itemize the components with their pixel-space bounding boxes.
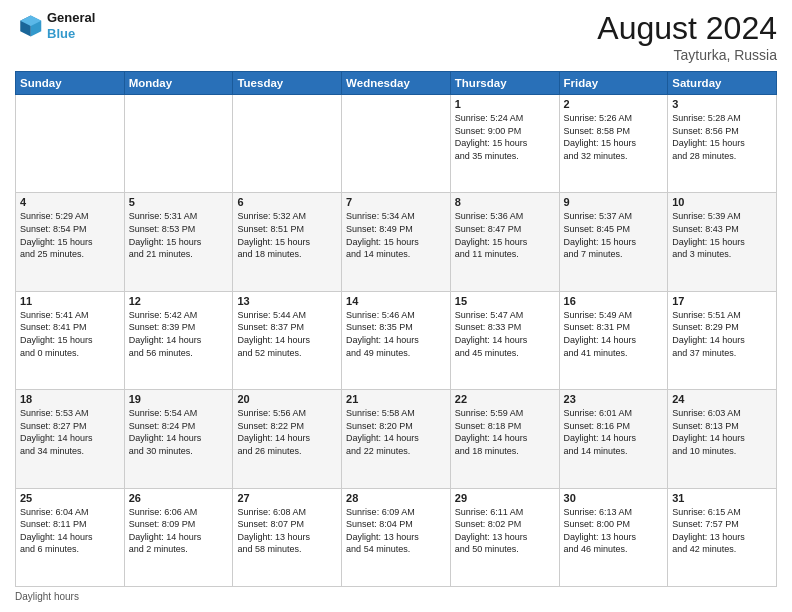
day-number: 31 (672, 492, 772, 504)
day-info: Sunrise: 5:34 AM Sunset: 8:49 PM Dayligh… (346, 210, 446, 260)
day-info: Sunrise: 6:01 AM Sunset: 8:16 PM Dayligh… (564, 407, 664, 457)
location: Tayturka, Russia (597, 47, 777, 63)
calendar-header-row: SundayMondayTuesdayWednesdayThursdayFrid… (16, 72, 777, 95)
week-row-4: 25Sunrise: 6:04 AM Sunset: 8:11 PM Dayli… (16, 488, 777, 586)
week-row-2: 11Sunrise: 5:41 AM Sunset: 8:41 PM Dayli… (16, 291, 777, 389)
cell-w1-d2: 6Sunrise: 5:32 AM Sunset: 8:51 PM Daylig… (233, 193, 342, 291)
cell-w2-d3: 14Sunrise: 5:46 AM Sunset: 8:35 PM Dayli… (342, 291, 451, 389)
cell-w2-d2: 13Sunrise: 5:44 AM Sunset: 8:37 PM Dayli… (233, 291, 342, 389)
cell-w3-d2: 20Sunrise: 5:56 AM Sunset: 8:22 PM Dayli… (233, 390, 342, 488)
footer-note: Daylight hours (15, 591, 777, 602)
cell-w0-d2 (233, 95, 342, 193)
day-info: Sunrise: 5:42 AM Sunset: 8:39 PM Dayligh… (129, 309, 229, 359)
day-info: Sunrise: 6:09 AM Sunset: 8:04 PM Dayligh… (346, 506, 446, 556)
day-info: Sunrise: 5:56 AM Sunset: 8:22 PM Dayligh… (237, 407, 337, 457)
cell-w0-d6: 3Sunrise: 5:28 AM Sunset: 8:56 PM Daylig… (668, 95, 777, 193)
day-number: 20 (237, 393, 337, 405)
header: General Blue August 2024 Tayturka, Russi… (15, 10, 777, 63)
calendar-table: SundayMondayTuesdayWednesdayThursdayFrid… (15, 71, 777, 587)
day-info: Sunrise: 5:44 AM Sunset: 8:37 PM Dayligh… (237, 309, 337, 359)
day-info: Sunrise: 5:58 AM Sunset: 8:20 PM Dayligh… (346, 407, 446, 457)
day-info: Sunrise: 5:37 AM Sunset: 8:45 PM Dayligh… (564, 210, 664, 260)
cell-w1-d3: 7Sunrise: 5:34 AM Sunset: 8:49 PM Daylig… (342, 193, 451, 291)
cell-w3-d0: 18Sunrise: 5:53 AM Sunset: 8:27 PM Dayli… (16, 390, 125, 488)
day-number: 12 (129, 295, 229, 307)
day-info: Sunrise: 5:53 AM Sunset: 8:27 PM Dayligh… (20, 407, 120, 457)
cell-w0-d5: 2Sunrise: 5:26 AM Sunset: 8:58 PM Daylig… (559, 95, 668, 193)
day-info: Sunrise: 6:15 AM Sunset: 7:57 PM Dayligh… (672, 506, 772, 556)
day-number: 24 (672, 393, 772, 405)
logo-text: General Blue (47, 10, 95, 41)
day-number: 4 (20, 196, 120, 208)
cell-w1-d0: 4Sunrise: 5:29 AM Sunset: 8:54 PM Daylig… (16, 193, 125, 291)
day-number: 26 (129, 492, 229, 504)
day-number: 29 (455, 492, 555, 504)
day-number: 18 (20, 393, 120, 405)
cell-w4-d0: 25Sunrise: 6:04 AM Sunset: 8:11 PM Dayli… (16, 488, 125, 586)
header-tuesday: Tuesday (233, 72, 342, 95)
day-number: 25 (20, 492, 120, 504)
day-info: Sunrise: 6:03 AM Sunset: 8:13 PM Dayligh… (672, 407, 772, 457)
cell-w4-d1: 26Sunrise: 6:06 AM Sunset: 8:09 PM Dayli… (124, 488, 233, 586)
page: General Blue August 2024 Tayturka, Russi… (0, 0, 792, 612)
month-title: August 2024 (597, 10, 777, 47)
day-number: 9 (564, 196, 664, 208)
cell-w4-d6: 31Sunrise: 6:15 AM Sunset: 7:57 PM Dayli… (668, 488, 777, 586)
day-info: Sunrise: 5:51 AM Sunset: 8:29 PM Dayligh… (672, 309, 772, 359)
day-number: 16 (564, 295, 664, 307)
week-row-1: 4Sunrise: 5:29 AM Sunset: 8:54 PM Daylig… (16, 193, 777, 291)
cell-w0-d3 (342, 95, 451, 193)
cell-w2-d6: 17Sunrise: 5:51 AM Sunset: 8:29 PM Dayli… (668, 291, 777, 389)
day-info: Sunrise: 6:06 AM Sunset: 8:09 PM Dayligh… (129, 506, 229, 556)
cell-w1-d6: 10Sunrise: 5:39 AM Sunset: 8:43 PM Dayli… (668, 193, 777, 291)
day-number: 21 (346, 393, 446, 405)
header-friday: Friday (559, 72, 668, 95)
day-number: 5 (129, 196, 229, 208)
day-info: Sunrise: 6:04 AM Sunset: 8:11 PM Dayligh… (20, 506, 120, 556)
cell-w3-d5: 23Sunrise: 6:01 AM Sunset: 8:16 PM Dayli… (559, 390, 668, 488)
cell-w4-d2: 27Sunrise: 6:08 AM Sunset: 8:07 PM Dayli… (233, 488, 342, 586)
title-block: August 2024 Tayturka, Russia (597, 10, 777, 63)
day-number: 3 (672, 98, 772, 110)
day-info: Sunrise: 5:36 AM Sunset: 8:47 PM Dayligh… (455, 210, 555, 260)
header-wednesday: Wednesday (342, 72, 451, 95)
cell-w0-d0 (16, 95, 125, 193)
day-number: 28 (346, 492, 446, 504)
cell-w2-d1: 12Sunrise: 5:42 AM Sunset: 8:39 PM Dayli… (124, 291, 233, 389)
logo-icon (15, 12, 43, 40)
cell-w3-d3: 21Sunrise: 5:58 AM Sunset: 8:20 PM Dayli… (342, 390, 451, 488)
cell-w4-d3: 28Sunrise: 6:09 AM Sunset: 8:04 PM Dayli… (342, 488, 451, 586)
cell-w0-d1 (124, 95, 233, 193)
header-monday: Monday (124, 72, 233, 95)
day-info: Sunrise: 5:46 AM Sunset: 8:35 PM Dayligh… (346, 309, 446, 359)
cell-w2-d0: 11Sunrise: 5:41 AM Sunset: 8:41 PM Dayli… (16, 291, 125, 389)
day-number: 23 (564, 393, 664, 405)
cell-w1-d4: 8Sunrise: 5:36 AM Sunset: 8:47 PM Daylig… (450, 193, 559, 291)
day-info: Sunrise: 6:08 AM Sunset: 8:07 PM Dayligh… (237, 506, 337, 556)
day-info: Sunrise: 5:29 AM Sunset: 8:54 PM Dayligh… (20, 210, 120, 260)
day-number: 8 (455, 196, 555, 208)
header-thursday: Thursday (450, 72, 559, 95)
day-info: Sunrise: 5:49 AM Sunset: 8:31 PM Dayligh… (564, 309, 664, 359)
day-number: 30 (564, 492, 664, 504)
week-row-3: 18Sunrise: 5:53 AM Sunset: 8:27 PM Dayli… (16, 390, 777, 488)
day-info: Sunrise: 5:59 AM Sunset: 8:18 PM Dayligh… (455, 407, 555, 457)
cell-w3-d1: 19Sunrise: 5:54 AM Sunset: 8:24 PM Dayli… (124, 390, 233, 488)
day-number: 27 (237, 492, 337, 504)
cell-w3-d4: 22Sunrise: 5:59 AM Sunset: 8:18 PM Dayli… (450, 390, 559, 488)
logo: General Blue (15, 10, 95, 41)
day-info: Sunrise: 6:13 AM Sunset: 8:00 PM Dayligh… (564, 506, 664, 556)
day-number: 22 (455, 393, 555, 405)
day-number: 14 (346, 295, 446, 307)
day-number: 6 (237, 196, 337, 208)
cell-w2-d4: 15Sunrise: 5:47 AM Sunset: 8:33 PM Dayli… (450, 291, 559, 389)
day-number: 1 (455, 98, 555, 110)
cell-w4-d5: 30Sunrise: 6:13 AM Sunset: 8:00 PM Dayli… (559, 488, 668, 586)
cell-w4-d4: 29Sunrise: 6:11 AM Sunset: 8:02 PM Dayli… (450, 488, 559, 586)
day-info: Sunrise: 5:26 AM Sunset: 8:58 PM Dayligh… (564, 112, 664, 162)
day-info: Sunrise: 5:47 AM Sunset: 8:33 PM Dayligh… (455, 309, 555, 359)
day-info: Sunrise: 5:32 AM Sunset: 8:51 PM Dayligh… (237, 210, 337, 260)
daylight-label: Daylight hours (15, 591, 79, 602)
day-info: Sunrise: 5:39 AM Sunset: 8:43 PM Dayligh… (672, 210, 772, 260)
day-number: 11 (20, 295, 120, 307)
